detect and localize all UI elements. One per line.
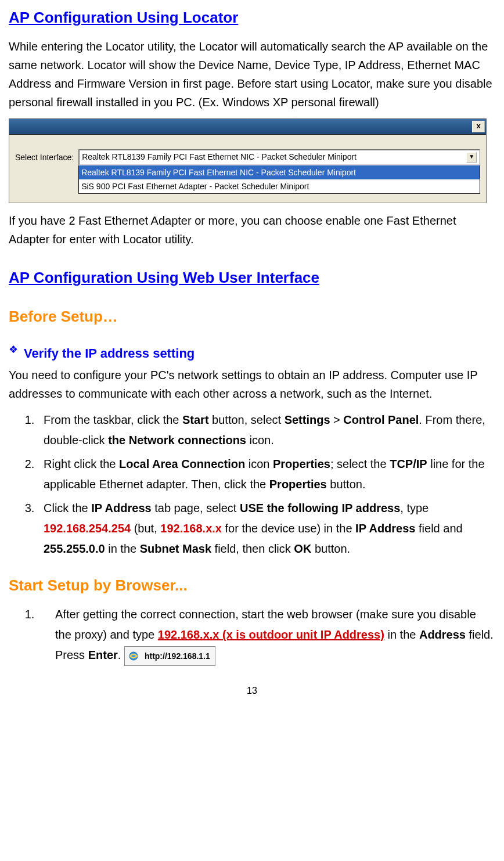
interface-dropdown-list: Realtek RTL8139 Family PCI Fast Ethernet…	[78, 165, 480, 194]
step-1-browser-start: After getting the correct connection, st…	[38, 604, 495, 666]
ie-icon	[128, 651, 139, 661]
subheading-verify-ip: Verify the IP address setting	[24, 343, 195, 363]
ie-address-bar: http://192.168.1.1	[124, 646, 215, 666]
interface-selected-value: Realtek RTL8139 Family PCI Fast Ethernet…	[82, 150, 357, 163]
dialog-titlebar: x	[9, 119, 486, 135]
paragraph-verify-ip: You need to configure your PC's network …	[9, 366, 495, 403]
step-2-local-area: Right click the Local Area Connection ic…	[38, 454, 495, 495]
interface-select[interactable]: Realtek RTL8139 Family PCI Fast Ethernet…	[78, 149, 480, 165]
ie-url-text: http://192.168.1.1	[141, 649, 214, 664]
page-number: 13	[9, 683, 495, 698]
heading-ap-config-locator[interactable]: AP Configuration Using Locator	[9, 9, 238, 26]
heading-before-setup: Before Setup…	[9, 305, 495, 329]
paragraph-intro-locator: While entering the Locator utility, the …	[9, 37, 495, 111]
step-1-start-settings: From the taskbar, click the Start button…	[38, 410, 495, 451]
select-interface-label: Select Interface:	[15, 149, 74, 164]
select-interface-dialog: x Select Interface: Realtek RTL8139 Fami…	[9, 118, 487, 204]
step-3-ip-address: Click the IP Address tab page, select US…	[38, 498, 495, 559]
paragraph-multi-adapter: If you have 2 Fast Ethernet Adapter or m…	[9, 211, 495, 248]
dropdown-arrow-icon[interactable]: ▼	[466, 152, 477, 163]
interface-option[interactable]: Realtek RTL8139 Family PCI Fast Ethernet…	[79, 165, 480, 179]
interface-option[interactable]: SiS 900 PCI Fast Ethernet Adapter - Pack…	[79, 179, 480, 193]
diamond-bullet-icon: ❖	[9, 341, 18, 358]
close-button[interactable]: x	[472, 121, 485, 132]
heading-start-setup-browser: Start Setup by Browser...	[9, 574, 495, 598]
heading-ap-config-web[interactable]: AP Configuration Using Web User Interfac…	[9, 269, 319, 286]
